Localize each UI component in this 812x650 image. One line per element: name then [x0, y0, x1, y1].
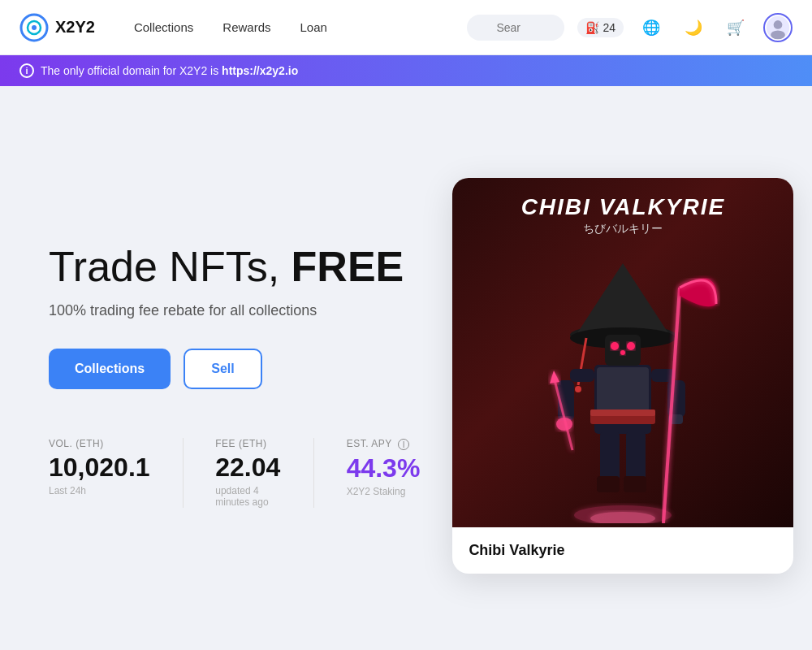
svg-rect-28 — [600, 432, 620, 481]
hero-section: Trade NFTs, FREE 100% trading fee rebate… — [49, 243, 420, 509]
main-content: Trade NFTs, FREE 100% trading fee rebate… — [0, 86, 812, 648]
darkmode-button[interactable]: 🌙 — [679, 13, 708, 42]
svg-point-2 — [32, 25, 37, 30]
stat-apy: EST. APY i 44.3% X2Y2 Staking — [347, 438, 421, 508]
logo-text: X2Y2 — [55, 18, 95, 37]
stat-vol-value: 10,020.1 — [49, 453, 150, 483]
banner-info-icon: i — [19, 63, 34, 78]
svg-rect-29 — [626, 432, 646, 481]
banner-message: The only official domain for X2Y2 is htt… — [41, 64, 298, 77]
svg-point-4 — [774, 20, 783, 29]
hero-title: Trade NFTs, FREE — [49, 243, 420, 292]
announcement-banner: i The only official domain for X2Y2 is h… — [0, 55, 812, 86]
stat-divider-1 — [183, 438, 184, 508]
hero-title-plain: Trade NFTs, — [49, 243, 292, 290]
stat-apy-value: 44.3% — [347, 453, 421, 483]
search-wrapper: 🔍 — [467, 15, 564, 41]
nft-card[interactable]: CHiBi VALKYRiE ちびバルキリー — [452, 178, 793, 574]
svg-point-5 — [771, 30, 785, 39]
svg-marker-11 — [574, 263, 672, 338]
collections-button[interactable]: Collections — [49, 349, 171, 389]
moon-icon: 🌙 — [685, 19, 702, 37]
search-input[interactable] — [467, 15, 564, 41]
stat-divider-2 — [313, 438, 314, 508]
svg-point-17 — [627, 342, 635, 350]
stat-apy-label: EST. APY i — [347, 438, 421, 450]
nft-image-area: CHiBi VALKYRiE ちびバルキリー — [452, 178, 793, 527]
apy-info-icon[interactable]: i — [398, 439, 409, 450]
logo-area[interactable]: X2Y2 — [19, 13, 95, 42]
svg-marker-27 — [550, 370, 559, 384]
nav-item-rewards[interactable]: Rewards — [209, 14, 283, 41]
svg-rect-7 — [597, 367, 649, 412]
svg-point-16 — [611, 342, 619, 350]
stat-apy-sublabel: X2Y2 Staking — [347, 486, 421, 497]
stat-fee: FEE (ETH) 22.04 updated 4 minutes ago — [215, 438, 281, 508]
gas-value: 24 — [603, 21, 615, 34]
nft-main-title: CHiBi VALKYRiE — [452, 194, 793, 220]
nav-item-collections[interactable]: Collections — [121, 14, 206, 41]
svg-point-14 — [575, 386, 581, 392]
avatar-button[interactable] — [763, 13, 793, 42]
svg-point-18 — [620, 350, 625, 355]
hero-subtitle: 100% trading fee rebate for all collecti… — [49, 302, 420, 319]
svg-rect-31 — [624, 476, 646, 492]
nft-character-svg — [509, 214, 736, 523]
svg-rect-19 — [570, 369, 594, 382]
nav-icons: ⛽ 24 🌐 🌙 🛒 — [577, 13, 793, 42]
cart-icon: 🛒 — [727, 19, 745, 37]
globe-icon: 🌐 — [642, 19, 660, 37]
navbar: X2Y2 Collections Rewards Loan 🔍 ⛽ 24 🌐 🌙… — [0, 0, 812, 55]
avatar-icon — [765, 15, 791, 41]
stat-fee-value: 22.04 — [215, 453, 281, 483]
hero-buttons: Collections Sell — [49, 349, 420, 389]
banner-link[interactable]: https://x2y2.io — [222, 64, 298, 77]
nft-sub-title: ちびバルキリー — [452, 222, 793, 236]
nav-links: Collections Rewards Loan — [121, 14, 467, 41]
stat-vol-label: VOL. (ETH) — [49, 438, 150, 449]
stats-row: VOL. (ETH) 10,020.1 Last 24h FEE (ETH) 2… — [49, 438, 420, 508]
nav-item-loan[interactable]: Loan — [287, 14, 340, 41]
globe-button[interactable]: 🌐 — [637, 13, 666, 42]
gas-icon: ⛽ — [585, 21, 599, 34]
cart-button[interactable]: 🛒 — [721, 13, 750, 42]
nft-title-overlay: CHiBi VALKYRiE ちびバルキリー — [452, 194, 793, 236]
logo-icon — [19, 13, 49, 42]
stat-fee-label: FEE (ETH) — [215, 438, 281, 449]
gas-badge[interactable]: ⛽ 24 — [577, 18, 624, 37]
nft-footer: Chibi Valkyrie — [452, 527, 793, 574]
svg-rect-9 — [590, 410, 655, 416]
stat-vol: VOL. (ETH) 10,020.1 Last 24h — [49, 438, 150, 508]
stat-fee-sublabel: updated 4 minutes ago — [215, 485, 281, 508]
svg-rect-30 — [597, 476, 620, 492]
sell-button[interactable]: Sell — [184, 349, 261, 389]
hero-title-bold: FREE — [292, 243, 404, 290]
nft-name: Chibi Valkyrie — [469, 542, 777, 559]
stat-vol-sublabel: Last 24h — [49, 485, 150, 496]
